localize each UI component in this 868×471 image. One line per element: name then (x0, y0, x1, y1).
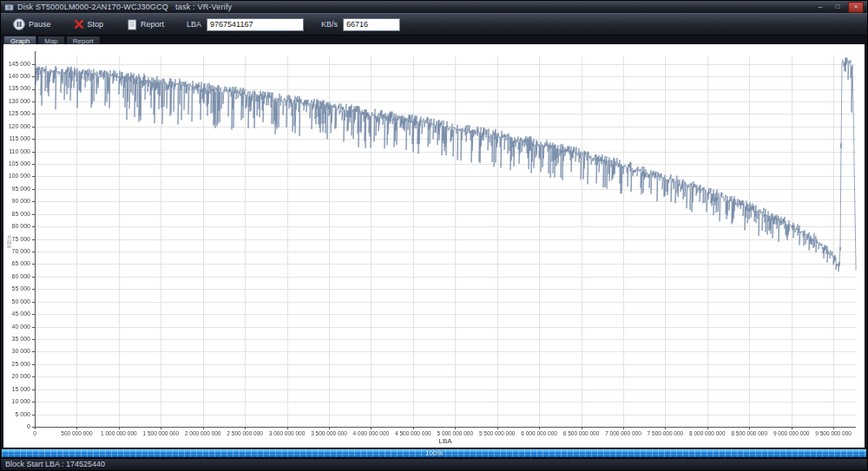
report-button[interactable]: Report (122, 17, 169, 32)
pause-button[interactable]: Pause (8, 16, 56, 32)
kbs-input[interactable] (343, 18, 400, 31)
hdd-app-icon (4, 3, 14, 12)
kbs-label: KB/s (321, 20, 338, 29)
progress-bar: 100% (1, 448, 867, 458)
chart-area (3, 44, 865, 448)
minimize-button[interactable]: – (813, 3, 827, 12)
maximize-button[interactable]: □ (831, 3, 845, 12)
report-icon (128, 19, 137, 30)
toolbar: Pause Stop Report LBA KB/s (1, 13, 867, 36)
pause-label: Pause (29, 20, 51, 29)
close-button[interactable]: × (848, 2, 864, 13)
lba-label: LBA (187, 20, 201, 29)
window-title: Disk ST5000LM000-2AN170-WCJ30GCQ task : … (17, 3, 232, 11)
stop-icon (74, 19, 84, 29)
status-text: Block Start LBA : 174525440 (5, 460, 105, 468)
report-label: Report (141, 20, 164, 29)
app-window: Disk ST5000LM000-2AN170-WCJ30GCQ task : … (0, 0, 868, 471)
status-bar: Block Start LBA : 174525440 (1, 458, 867, 470)
lba-input[interactable] (207, 18, 304, 31)
titlebar[interactable]: Disk ST5000LM000-2AN170-WCJ30GCQ task : … (1, 1, 867, 13)
stop-button[interactable]: Stop (69, 17, 109, 31)
stop-label: Stop (88, 20, 104, 29)
progress-label: 100% (1, 448, 867, 458)
pause-icon (13, 18, 25, 30)
speed-chart-canvas[interactable] (3, 44, 865, 448)
